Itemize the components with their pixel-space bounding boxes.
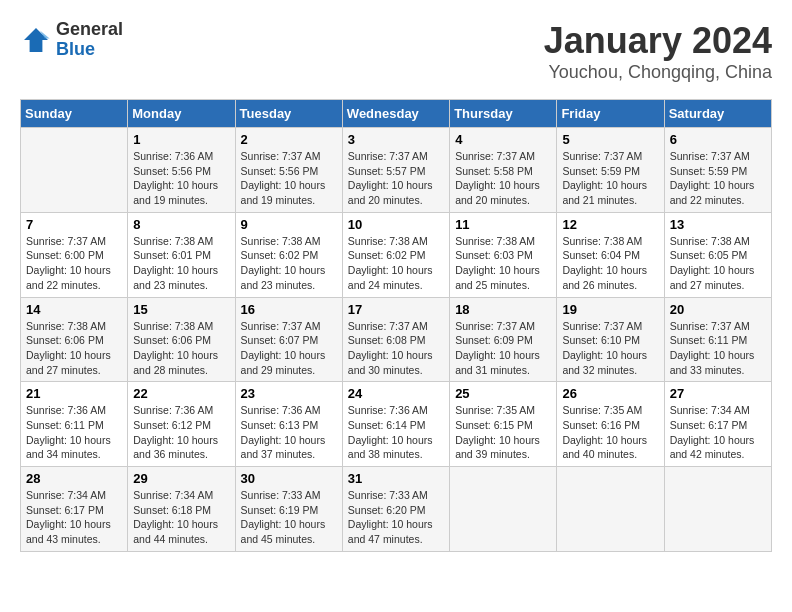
- day-number: 11: [455, 217, 551, 232]
- day-info: Sunrise: 7:38 AM Sunset: 6:06 PM Dayligh…: [26, 319, 122, 378]
- day-cell: 6 Sunrise: 7:37 AM Sunset: 5:59 PM Dayli…: [664, 128, 771, 213]
- day-info: Sunrise: 7:37 AM Sunset: 6:10 PM Dayligh…: [562, 319, 658, 378]
- day-cell: 17 Sunrise: 7:37 AM Sunset: 6:08 PM Dayl…: [342, 297, 449, 382]
- page-header: General Blue January 2024 Youchou, Chong…: [20, 20, 772, 83]
- day-info: Sunrise: 7:35 AM Sunset: 6:16 PM Dayligh…: [562, 403, 658, 462]
- day-cell: 2 Sunrise: 7:37 AM Sunset: 5:56 PM Dayli…: [235, 128, 342, 213]
- day-cell: 15 Sunrise: 7:38 AM Sunset: 6:06 PM Dayl…: [128, 297, 235, 382]
- day-cell: 29 Sunrise: 7:34 AM Sunset: 6:18 PM Dayl…: [128, 467, 235, 552]
- day-info: Sunrise: 7:37 AM Sunset: 5:58 PM Dayligh…: [455, 149, 551, 208]
- week-row-1: 1 Sunrise: 7:36 AM Sunset: 5:56 PM Dayli…: [21, 128, 772, 213]
- day-number: 3: [348, 132, 444, 147]
- day-cell: 1 Sunrise: 7:36 AM Sunset: 5:56 PM Dayli…: [128, 128, 235, 213]
- svg-marker-0: [24, 28, 48, 52]
- day-cell: 10 Sunrise: 7:38 AM Sunset: 6:02 PM Dayl…: [342, 212, 449, 297]
- day-number: 28: [26, 471, 122, 486]
- header-friday: Friday: [557, 100, 664, 128]
- day-info: Sunrise: 7:36 AM Sunset: 6:12 PM Dayligh…: [133, 403, 229, 462]
- day-number: 20: [670, 302, 766, 317]
- calendar-header-row: SundayMondayTuesdayWednesdayThursdayFrid…: [21, 100, 772, 128]
- day-number: 13: [670, 217, 766, 232]
- day-number: 21: [26, 386, 122, 401]
- day-info: Sunrise: 7:37 AM Sunset: 5:59 PM Dayligh…: [562, 149, 658, 208]
- day-number: 1: [133, 132, 229, 147]
- day-info: Sunrise: 7:36 AM Sunset: 6:13 PM Dayligh…: [241, 403, 337, 462]
- title-section: January 2024 Youchou, Chongqing, China: [544, 20, 772, 83]
- day-cell: 14 Sunrise: 7:38 AM Sunset: 6:06 PM Dayl…: [21, 297, 128, 382]
- header-monday: Monday: [128, 100, 235, 128]
- day-number: 19: [562, 302, 658, 317]
- header-wednesday: Wednesday: [342, 100, 449, 128]
- logo-text: General Blue: [56, 20, 123, 60]
- day-number: 24: [348, 386, 444, 401]
- logo-icon: [20, 24, 52, 56]
- logo-general-text: General: [56, 20, 123, 40]
- day-cell: 20 Sunrise: 7:37 AM Sunset: 6:11 PM Dayl…: [664, 297, 771, 382]
- day-info: Sunrise: 7:38 AM Sunset: 6:02 PM Dayligh…: [241, 234, 337, 293]
- day-info: Sunrise: 7:36 AM Sunset: 6:14 PM Dayligh…: [348, 403, 444, 462]
- day-info: Sunrise: 7:34 AM Sunset: 6:17 PM Dayligh…: [670, 403, 766, 462]
- day-number: 22: [133, 386, 229, 401]
- day-number: 29: [133, 471, 229, 486]
- day-cell: 13 Sunrise: 7:38 AM Sunset: 6:05 PM Dayl…: [664, 212, 771, 297]
- day-number: 12: [562, 217, 658, 232]
- day-number: 30: [241, 471, 337, 486]
- day-cell: 21 Sunrise: 7:36 AM Sunset: 6:11 PM Dayl…: [21, 382, 128, 467]
- day-cell: 12 Sunrise: 7:38 AM Sunset: 6:04 PM Dayl…: [557, 212, 664, 297]
- day-number: 4: [455, 132, 551, 147]
- week-row-2: 7 Sunrise: 7:37 AM Sunset: 6:00 PM Dayli…: [21, 212, 772, 297]
- day-cell: 3 Sunrise: 7:37 AM Sunset: 5:57 PM Dayli…: [342, 128, 449, 213]
- day-info: Sunrise: 7:37 AM Sunset: 6:07 PM Dayligh…: [241, 319, 337, 378]
- day-number: 9: [241, 217, 337, 232]
- day-cell: 5 Sunrise: 7:37 AM Sunset: 5:59 PM Dayli…: [557, 128, 664, 213]
- day-number: 27: [670, 386, 766, 401]
- day-cell: [664, 467, 771, 552]
- header-thursday: Thursday: [450, 100, 557, 128]
- day-info: Sunrise: 7:36 AM Sunset: 5:56 PM Dayligh…: [133, 149, 229, 208]
- day-cell: 30 Sunrise: 7:33 AM Sunset: 6:19 PM Dayl…: [235, 467, 342, 552]
- day-cell: 28 Sunrise: 7:34 AM Sunset: 6:17 PM Dayl…: [21, 467, 128, 552]
- day-info: Sunrise: 7:34 AM Sunset: 6:18 PM Dayligh…: [133, 488, 229, 547]
- day-cell: 4 Sunrise: 7:37 AM Sunset: 5:58 PM Dayli…: [450, 128, 557, 213]
- week-row-4: 21 Sunrise: 7:36 AM Sunset: 6:11 PM Dayl…: [21, 382, 772, 467]
- header-sunday: Sunday: [21, 100, 128, 128]
- day-number: 17: [348, 302, 444, 317]
- day-info: Sunrise: 7:37 AM Sunset: 6:00 PM Dayligh…: [26, 234, 122, 293]
- day-cell: 8 Sunrise: 7:38 AM Sunset: 6:01 PM Dayli…: [128, 212, 235, 297]
- header-tuesday: Tuesday: [235, 100, 342, 128]
- day-info: Sunrise: 7:34 AM Sunset: 6:17 PM Dayligh…: [26, 488, 122, 547]
- day-info: Sunrise: 7:37 AM Sunset: 6:09 PM Dayligh…: [455, 319, 551, 378]
- day-info: Sunrise: 7:37 AM Sunset: 6:11 PM Dayligh…: [670, 319, 766, 378]
- day-number: 8: [133, 217, 229, 232]
- day-info: Sunrise: 7:37 AM Sunset: 5:59 PM Dayligh…: [670, 149, 766, 208]
- day-number: 25: [455, 386, 551, 401]
- day-number: 16: [241, 302, 337, 317]
- day-cell: 19 Sunrise: 7:37 AM Sunset: 6:10 PM Dayl…: [557, 297, 664, 382]
- day-info: Sunrise: 7:35 AM Sunset: 6:15 PM Dayligh…: [455, 403, 551, 462]
- day-cell: 25 Sunrise: 7:35 AM Sunset: 6:15 PM Dayl…: [450, 382, 557, 467]
- day-number: 31: [348, 471, 444, 486]
- day-cell: 9 Sunrise: 7:38 AM Sunset: 6:02 PM Dayli…: [235, 212, 342, 297]
- day-cell: 26 Sunrise: 7:35 AM Sunset: 6:16 PM Dayl…: [557, 382, 664, 467]
- day-cell: 16 Sunrise: 7:37 AM Sunset: 6:07 PM Dayl…: [235, 297, 342, 382]
- day-cell: 27 Sunrise: 7:34 AM Sunset: 6:17 PM Dayl…: [664, 382, 771, 467]
- month-title: January 2024: [544, 20, 772, 62]
- day-info: Sunrise: 7:38 AM Sunset: 6:05 PM Dayligh…: [670, 234, 766, 293]
- location: Youchou, Chongqing, China: [544, 62, 772, 83]
- day-cell: 11 Sunrise: 7:38 AM Sunset: 6:03 PM Dayl…: [450, 212, 557, 297]
- day-info: Sunrise: 7:38 AM Sunset: 6:02 PM Dayligh…: [348, 234, 444, 293]
- day-number: 7: [26, 217, 122, 232]
- day-cell: 7 Sunrise: 7:37 AM Sunset: 6:00 PM Dayli…: [21, 212, 128, 297]
- day-cell: 18 Sunrise: 7:37 AM Sunset: 6:09 PM Dayl…: [450, 297, 557, 382]
- week-row-5: 28 Sunrise: 7:34 AM Sunset: 6:17 PM Dayl…: [21, 467, 772, 552]
- day-cell: 31 Sunrise: 7:33 AM Sunset: 6:20 PM Dayl…: [342, 467, 449, 552]
- day-info: Sunrise: 7:37 AM Sunset: 6:08 PM Dayligh…: [348, 319, 444, 378]
- day-number: 5: [562, 132, 658, 147]
- day-number: 14: [26, 302, 122, 317]
- logo: General Blue: [20, 20, 123, 60]
- day-number: 18: [455, 302, 551, 317]
- day-number: 10: [348, 217, 444, 232]
- calendar-table: SundayMondayTuesdayWednesdayThursdayFrid…: [20, 99, 772, 552]
- day-info: Sunrise: 7:38 AM Sunset: 6:01 PM Dayligh…: [133, 234, 229, 293]
- day-cell: 23 Sunrise: 7:36 AM Sunset: 6:13 PM Dayl…: [235, 382, 342, 467]
